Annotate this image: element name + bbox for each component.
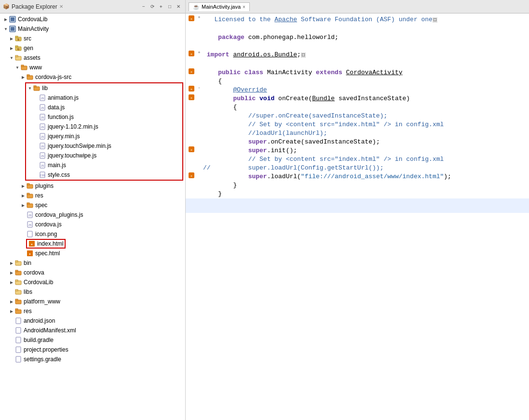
tree-item-android-json[interactable]: android.json [0,316,185,326]
editor-tab-mainactivity[interactable]: ☕ MainActivity.java × [189,2,250,11]
tree-item-index-html[interactable]: e index.html [0,239,185,249]
svg-text:JS: JS [41,116,44,119]
tree-item-settings-gradle[interactable]: settings.gradle [0,354,185,364]
res-www-folder-icon [26,192,34,199]
arrow-res-root[interactable] [9,308,14,314]
tree-item-res-www[interactable]: res [0,191,185,200]
line-expand-1[interactable]: + [195,15,203,20]
tab-file-icon: ☕ [193,4,200,10]
tree-item-function-js[interactable]: JS function.js [26,112,182,122]
tree-item-cordova[interactable]: cordova [0,268,185,277]
arrow-gen[interactable] [9,45,14,51]
label-animation-js: animation.js [48,94,79,101]
tree-item-lib[interactable]: lib [26,83,182,93]
tree-item-style-css[interactable]: CSS style.css [26,170,182,180]
tree-item-libs[interactable]: libs [0,287,185,297]
tab-close-icon[interactable]: × [243,4,245,10]
jquery-touchwipe-icon: JS [39,152,46,159]
tree-item-jquery-full[interactable]: JS jquery-1.10.2.min.js [26,122,182,131]
line-expand-9[interactable]: - [195,86,203,91]
tree-item-www[interactable]: www [0,63,185,72]
panel-close-btn[interactable]: ✕ [175,3,182,11]
pin-icon[interactable]: ⌖ [157,3,165,11]
arrow-src[interactable] [9,36,14,41]
arrow-mainactivity[interactable] [3,26,9,32]
tree-item-platform-www[interactable]: platform_www [0,297,185,306]
line-code-5: import android.os.Bundle;□ [203,51,529,60]
tree-item-jquery-touchwipe[interactable]: JS jquery.touchwipe.js [26,151,182,160]
label-function-js: function.js [48,114,74,120]
tree-item-animation-js[interactable]: JS animation.js [26,93,182,103]
code-line-16: e super.init(); [186,146,529,155]
label-plugins: plugins [35,183,54,189]
arrow-assets[interactable] [9,55,14,61]
tree-item-bin[interactable]: bin [0,258,185,268]
arrow-cordova[interactable] [9,270,14,276]
code-line-4 [186,42,529,51]
cordova-folder-icon [14,269,22,276]
tree-item-assets[interactable]: assets [0,53,185,63]
tree-item-mainactivity-root[interactable]: MainActivity [0,24,185,34]
tree-item-jquery-min[interactable]: JS jquery.min.js [26,131,182,141]
tree-item-androidmanifest-xml[interactable]: AndroidManifest.xml [0,326,185,335]
project-icon-mainactivity [9,25,16,33]
cordova-js-icon: JS [26,221,34,228]
tree-item-src[interactable]: S src [0,34,185,43]
tree-item-spec-html[interactable]: e spec.html [0,249,185,258]
code-line-19: e super.loadUrl("file:///android_asset/w… [186,172,529,181]
arrow-bin[interactable] [9,260,14,266]
panel-header-left: 📦 Package Explorer ✕ [3,3,63,10]
function-js-icon: JS [39,113,46,121]
tree-item-cordova-plugins-js[interactable]: JS cordova_plugins.js [0,210,185,220]
tree-item-res-root[interactable]: res [0,306,185,316]
line-expand-5[interactable]: + [195,51,203,55]
svg-rect-52 [15,261,18,262]
tree-item-project-properties[interactable]: project.properties [0,345,185,354]
arrow-cordova-js-src[interactable] [20,74,26,80]
tree-item-jquery-touchswipe[interactable]: JS jquery.touchSwipe.min.js [26,141,182,151]
tree-item-data-js[interactable]: JS data.js [26,103,182,112]
tree-item-icon-png[interactable]: icon.png [0,229,185,239]
label-spec-html: spec.html [35,250,60,257]
project-icon-cordovalib [9,15,16,23]
label-res-www: res [35,192,43,199]
tree-item-cordova-js-src[interactable]: cordova-js-src [0,72,185,82]
label-src: src [24,35,31,42]
svg-rect-41 [27,203,29,204]
tree-item-plugins[interactable]: plugins [0,181,185,191]
line-icon-1: e [189,15,194,21]
tree-item-main-js[interactable]: JS main.js [26,160,182,170]
arrow-cordovalib-sub[interactable] [9,279,14,285]
minimize-icon[interactable]: − [140,3,148,11]
label-cordova: cordova [24,269,44,276]
tree-item-cordovalib-root[interactable]: CordovaLib [0,14,185,24]
tree-item-cordovalib-sub[interactable]: CordovaLib [0,277,185,287]
line-code-14: //loadUrl(launchUrl); [203,129,529,138]
arrow-cordovalib[interactable] [3,16,9,22]
arrow-www[interactable] [14,65,20,70]
label-gen: gen [24,45,33,52]
arrow-res-www[interactable] [20,193,26,198]
label-jquery-min: jquery.min.js [48,133,80,140]
main-js-icon: JS [39,161,46,169]
code-line-21: } [186,190,529,198]
res-root-folder-icon [14,307,22,315]
svg-rect-60 [15,299,18,301]
libs-folder-icon [14,288,22,296]
line-code-22 [203,198,529,207]
arrow-spec[interactable] [20,202,26,208]
tree-item-cordova-js[interactable]: JS cordova.js [0,220,185,229]
arrow-plugins[interactable] [20,183,26,189]
svg-rect-46 [27,231,32,237]
arrow-platform-www[interactable] [9,299,14,304]
tree-item-build-gradle[interactable]: build.gradle [0,335,185,345]
tree-item-spec[interactable]: spec [0,200,185,210]
arrow-lib[interactable] [27,85,33,91]
tree-item-gen[interactable]: G gen [0,43,185,53]
code-line-22 [186,198,529,213]
editor-content[interactable]: e + Licensed to the Apache Software Foun… [186,13,529,420]
maximize-icon[interactable]: □ [166,3,174,11]
code-line-3: package com.phonegap.helloworld; [186,33,529,42]
sync-icon[interactable]: ⟳ [149,3,156,11]
index-html-icon: e [28,240,36,248]
